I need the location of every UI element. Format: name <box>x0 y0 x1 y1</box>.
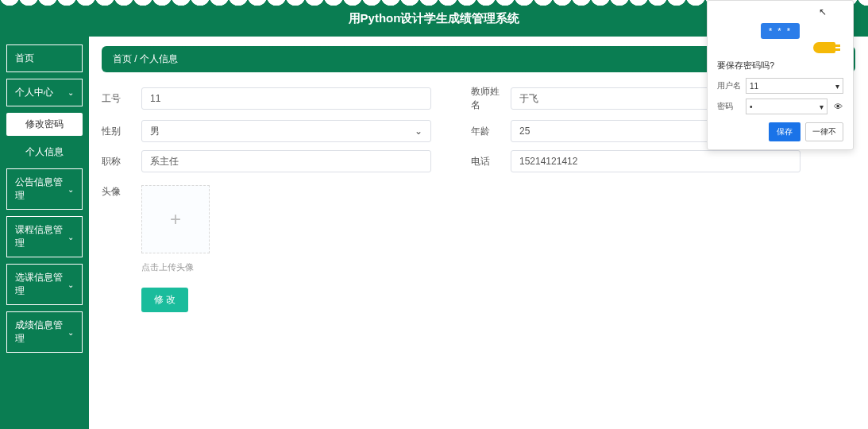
plus-icon: + <box>170 208 181 230</box>
sidebar-item-label: 公告信息管理 <box>15 176 68 203</box>
field-label: 头像 <box>102 185 141 273</box>
title-input[interactable] <box>141 150 431 172</box>
sidebar-item-label: 首页 <box>15 52 34 65</box>
sidebar-item-label: 个人信息 <box>25 146 64 157</box>
sidebar-item-personal-center[interactable]: 个人中心 ⌄ <box>6 79 83 106</box>
sidebar-subitem-change-password[interactable]: 修改密码 <box>6 113 83 136</box>
chevron-down-icon: ⌄ <box>68 185 74 194</box>
field-label: 教师姓名 <box>471 85 511 112</box>
submit-button[interactable]: 修 改 <box>141 288 188 312</box>
field-label: 职称 <box>102 155 141 168</box>
field-phone: 电话 <box>471 150 800 172</box>
worker-id-input[interactable] <box>141 87 431 110</box>
chevron-down-icon: ⌄ <box>68 328 74 337</box>
sidebar-item-label: 个人中心 <box>15 86 53 99</box>
field-label: 性别 <box>102 125 141 138</box>
upload-hint: 点击上传头像 <box>141 261 210 273</box>
sidebar-item-course-info[interactable]: 课程信息管理 ⌄ <box>6 216 83 257</box>
sidebar-item-grades[interactable]: 成绩信息管理 ⌄ <box>6 311 83 353</box>
select-value: • <box>750 102 753 111</box>
chevron-down-icon: ▾ <box>835 82 839 91</box>
password-select[interactable]: • ▾ <box>746 99 827 114</box>
avatar-upload-section: 头像 + 点击上传头像 <box>102 185 855 273</box>
sidebar-item-label: 修改密码 <box>25 118 64 129</box>
sidebar-item-label: 课程信息管理 <box>15 223 68 250</box>
sidebar-item-home[interactable]: 首页 <box>6 44 83 72</box>
field-label: 电话 <box>471 155 511 168</box>
field-gender: 性别 男 ⌄ <box>102 120 431 142</box>
chevron-down-icon: ⌄ <box>68 280 74 289</box>
breadcrumb-sep: / <box>132 53 140 64</box>
select-value: 男 <box>150 125 160 138</box>
field-label: 工号 <box>102 92 141 106</box>
sidebar: 首页 个人中心 ⌄ 修改密码 个人信息 公告信息管理 ⌄ 课程信息管理 ⌄ 选课… <box>0 37 89 429</box>
save-password-dialog: * * * 要保存密码吗? 用户名 11 ▾ 密码 • ▾ 👁 保存 一律不 <box>707 0 854 150</box>
sidebar-item-course-selection[interactable]: 选课信息管理 ⌄ <box>6 264 83 305</box>
app-title: 用Python设计学生成绩管理系统 <box>349 11 520 26</box>
field-worker-id: 工号 <box>102 85 431 112</box>
chevron-down-icon: ⌄ <box>415 126 422 137</box>
gender-select[interactable]: 男 ⌄ <box>141 120 431 142</box>
username-select[interactable]: 11 ▾ <box>746 78 843 94</box>
chevron-down-icon: ⌄ <box>68 233 74 242</box>
password-badge: * * * <box>761 23 800 39</box>
sidebar-item-label: 选课信息管理 <box>15 271 68 298</box>
breadcrumb-current: 个人信息 <box>140 53 178 64</box>
never-save-button[interactable]: 一律不 <box>805 122 843 141</box>
avatar-upload-box[interactable]: + <box>141 185 210 253</box>
key-icon <box>813 42 835 53</box>
select-value: 11 <box>750 82 758 91</box>
sidebar-subitem-personal-info[interactable]: 个人信息 <box>6 141 83 164</box>
dialog-prompt: 要保存密码吗? <box>717 60 843 72</box>
eye-icon[interactable]: 👁 <box>832 101 843 112</box>
dialog-illustration: * * * <box>717 9 843 53</box>
password-label: 密码 <box>717 101 741 112</box>
breadcrumb-home[interactable]: 首页 <box>113 53 132 64</box>
field-title: 职称 <box>102 150 431 172</box>
sidebar-item-announcement[interactable]: 公告信息管理 ⌄ <box>6 168 83 210</box>
save-password-button[interactable]: 保存 <box>769 122 800 141</box>
username-label: 用户名 <box>717 80 741 91</box>
sidebar-item-label: 成绩信息管理 <box>15 319 68 346</box>
phone-input[interactable] <box>511 150 800 172</box>
chevron-down-icon: ⌄ <box>68 88 74 97</box>
chevron-down-icon: ▾ <box>820 102 824 111</box>
field-label: 年龄 <box>471 125 511 138</box>
